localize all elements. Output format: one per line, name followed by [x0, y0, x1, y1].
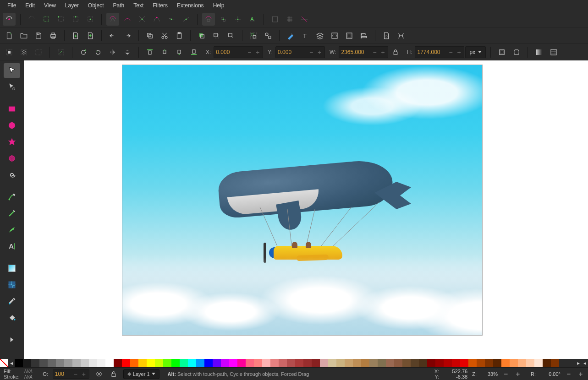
menu-edit[interactable]: Edit — [21, 0, 39, 11]
swatch-9[interactable] — [81, 359, 89, 367]
select-all-layers-button[interactable] — [17, 46, 30, 59]
snap-bbox-corner-button[interactable] — [55, 13, 67, 26]
swatch-36[interactable] — [303, 359, 312, 367]
swatch-3[interactable] — [31, 359, 39, 367]
stroke-value[interactable]: N/A — [24, 374, 33, 380]
swatch-25[interactable] — [213, 359, 221, 367]
snap-rotation-center-button[interactable] — [231, 13, 244, 26]
pen-tool[interactable] — [4, 190, 20, 204]
swatch-54[interactable] — [452, 359, 460, 367]
swatch-28[interactable] — [237, 359, 246, 367]
swatch-15[interactable] — [130, 359, 138, 367]
swatch-60[interactable] — [501, 359, 510, 367]
swatch-26[interactable] — [221, 359, 229, 367]
redo-button[interactable] — [121, 29, 134, 42]
swatch-66[interactable] — [551, 359, 559, 367]
layer-visibility-button[interactable] — [94, 369, 104, 379]
snap-bbox-center-button[interactable] — [84, 13, 97, 26]
units-dropdown[interactable]: px — [465, 46, 486, 58]
swatch-37[interactable] — [312, 359, 320, 367]
swatch-32[interactable] — [270, 359, 279, 367]
snap-path-button[interactable] — [121, 13, 134, 26]
snap-object-center-button[interactable] — [217, 13, 230, 26]
transform-stroke-button[interactable] — [495, 46, 508, 59]
box3d-tool[interactable] — [4, 151, 20, 166]
swatch-22[interactable] — [188, 359, 196, 367]
gradient-tool[interactable] — [4, 261, 20, 276]
flip-horizontal-button[interactable] — [106, 46, 119, 59]
swatch-55[interactable] — [460, 359, 468, 367]
menu-extensions[interactable]: Extensions — [172, 0, 209, 11]
swatch-46[interactable] — [386, 359, 394, 367]
palette-scroll-left[interactable]: ◂ — [8, 359, 15, 367]
zoom-in-button[interactable]: + — [514, 369, 522, 379]
dropper-tool[interactable] — [4, 294, 20, 309]
swatch-56[interactable] — [468, 359, 477, 367]
duplicate-button[interactable] — [195, 29, 208, 42]
swatch-51[interactable] — [427, 359, 435, 367]
snap-nodes-button[interactable] — [106, 13, 119, 26]
swatch-19[interactable] — [163, 359, 171, 367]
rotate-ccw-button[interactable] — [77, 46, 90, 59]
selector-tool[interactable] — [4, 63, 20, 78]
w-input[interactable]: −+ — [339, 46, 388, 58]
rotation-inc-button[interactable]: + — [577, 369, 584, 379]
swatch-31[interactable] — [262, 359, 270, 367]
menu-filters[interactable]: Filters — [148, 0, 172, 11]
snap-text-baseline-button[interactable]: A — [246, 13, 259, 26]
calligraphy-tool[interactable] — [4, 223, 20, 237]
swatch-5[interactable] — [48, 359, 56, 367]
rotation-dec-button[interactable]: − — [565, 369, 572, 379]
swatch-58[interactable] — [485, 359, 493, 367]
swatch-12[interactable] — [105, 359, 114, 367]
menu-layer[interactable]: Layer — [60, 0, 83, 11]
text-tool[interactable]: A — [4, 239, 20, 254]
x-input[interactable]: −+ — [214, 46, 263, 58]
swatch-30[interactable] — [254, 359, 262, 367]
swatch-7[interactable] — [64, 359, 72, 367]
canvas[interactable] — [24, 60, 588, 359]
swatch-6[interactable] — [56, 359, 64, 367]
toggle-scale-button[interactable] — [55, 46, 67, 59]
paint-bucket-tool[interactable] — [4, 310, 20, 325]
menu-text[interactable]: Text — [129, 0, 148, 11]
print-button[interactable] — [47, 29, 60, 42]
pencil-tool[interactable] — [4, 206, 20, 221]
rotate-cw-button[interactable] — [92, 46, 104, 59]
more-tools-button[interactable] — [4, 332, 20, 347]
object-properties-button[interactable] — [343, 29, 356, 42]
open-button[interactable] — [17, 29, 30, 42]
rotation-value[interactable]: 0.00° — [540, 371, 561, 377]
export-button[interactable] — [84, 29, 97, 42]
import-button[interactable] — [69, 29, 82, 42]
snap-intersection-button[interactable] — [136, 13, 148, 26]
swatch-52[interactable] — [435, 359, 444, 367]
rectangle-tool[interactable] — [4, 102, 20, 116]
ellipse-tool[interactable] — [4, 118, 20, 133]
swatch-39[interactable] — [328, 359, 336, 367]
fill-stroke-button[interactable] — [284, 29, 297, 42]
transform-gradient-button[interactable] — [533, 46, 545, 59]
clone-button[interactable] — [210, 29, 223, 42]
swatch-45[interactable] — [378, 359, 386, 367]
swatch-none[interactable] — [0, 359, 8, 367]
h-input[interactable]: −+ — [415, 46, 464, 58]
snap-bbox-midpoint-button[interactable] — [69, 13, 82, 26]
transform-corners-button[interactable] — [510, 46, 523, 59]
lower-bottom-button[interactable] — [187, 46, 200, 59]
group-button[interactable] — [247, 29, 260, 42]
ungroup-button[interactable] — [262, 29, 275, 42]
paste-button[interactable] — [173, 29, 186, 42]
palette-scroll-right[interactable]: ▸ — [575, 359, 582, 367]
swatch-64[interactable] — [534, 359, 543, 367]
swatch-43[interactable] — [361, 359, 369, 367]
layer-lock-button[interactable] — [109, 369, 119, 379]
text-button[interactable]: T — [299, 29, 312, 42]
new-document-button[interactable] — [3, 29, 16, 42]
swatch-11[interactable] — [97, 359, 105, 367]
swatch-8[interactable] — [72, 359, 81, 367]
align-distribute-button[interactable] — [357, 29, 370, 42]
cut-button[interactable] — [158, 29, 171, 42]
lock-aspect-button[interactable] — [389, 46, 402, 59]
fill-value[interactable]: N/A — [24, 369, 33, 374]
